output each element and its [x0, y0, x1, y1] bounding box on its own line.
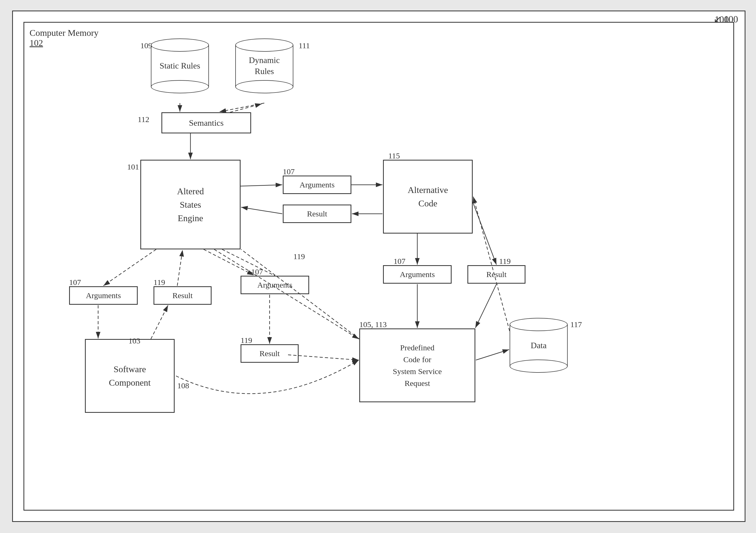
predefined-code-box: PredefinedCode forSystem ServiceRequest [359, 328, 475, 402]
ref-107b: 107 [69, 278, 81, 287]
memory-label: Computer Memory 102 [30, 28, 99, 48]
result-left-label: Result [173, 291, 193, 300]
svg-line-16 [288, 355, 359, 360]
svg-line-4 [230, 104, 262, 112]
ref-115: 115 [388, 151, 400, 160]
ref-107d: 107 [393, 257, 405, 266]
data-db-bottom [510, 360, 568, 373]
ref-101: 101 [127, 163, 139, 171]
alternative-code-label: AlternativeCode [408, 183, 448, 210]
data-db-label: Data [531, 341, 547, 350]
svg-line-17 [222, 249, 275, 276]
altered-states-label: AlteredStatesEngine [177, 185, 204, 225]
dynamic-rules-db: DynamicRules [235, 38, 293, 87]
semantics-label: Semantics [189, 118, 224, 128]
svg-line-24 [214, 249, 359, 339]
svg-line-6 [241, 185, 282, 186]
ref-108: 108 [177, 381, 189, 390]
alternative-code-box: AlternativeCode [383, 160, 473, 234]
predefined-code-label: PredefinedCode forSystem ServiceRequest [393, 342, 442, 389]
ref-117: 117 [570, 320, 582, 329]
data-db: Data [510, 318, 568, 367]
ref-109: 109 [140, 41, 152, 50]
inner-diagram: Computer Memory 102 Static Rules 109 Dyn… [23, 22, 734, 511]
ref-107c: 107 [251, 267, 263, 276]
result-mid-label: Result [259, 349, 280, 358]
ref-107a: 107 [283, 167, 295, 176]
ref-112: 112 [138, 115, 149, 124]
result-mid-box: Result [241, 344, 299, 363]
svg-line-3 [220, 103, 264, 112]
ref-103: 103 [128, 336, 140, 345]
altered-states-box: AlteredStatesEngine [140, 160, 241, 249]
arguments-mid-box: Arguments [241, 276, 309, 294]
ref-100-arrow: ↙ 100 [714, 14, 738, 25]
dynamic-rules-bottom [235, 80, 293, 93]
result-right-label: Result [486, 270, 507, 279]
svg-line-14 [203, 249, 254, 275]
software-component-box: SoftwareComponent [85, 339, 175, 413]
software-component-label: SoftwareComponent [109, 363, 151, 389]
dynamic-rules-label: DynamicRules [249, 55, 280, 77]
ref-119c: 119 [241, 336, 252, 345]
memory-ref: 102 [30, 38, 99, 48]
result-top-box: Result [283, 205, 351, 223]
svg-line-20 [473, 202, 497, 265]
semantics-box: Semantics [161, 112, 251, 133]
outer-frame: 100 Computer Memory 102 Static Rules 109… [12, 11, 745, 522]
svg-line-21 [475, 284, 497, 328]
arguments-left-box: Arguments [69, 286, 138, 305]
static-rules-label: Static Rules [160, 60, 200, 71]
svg-line-25 [241, 249, 359, 339]
ref-105-113: 105, 113 [359, 320, 387, 329]
arguments-mid-label: Arguments [257, 280, 292, 290]
static-rules-db: Static Rules [151, 38, 209, 87]
static-rules-bottom [151, 80, 209, 93]
data-db-top [510, 318, 568, 331]
svg-line-9 [241, 207, 282, 214]
arguments-top-label: Arguments [300, 180, 335, 189]
result-left-box: Result [153, 286, 211, 305]
result-top-label: Result [307, 209, 327, 218]
ref-111: 111 [299, 41, 310, 50]
svg-line-22 [476, 349, 509, 360]
svg-line-10 [103, 249, 156, 286]
svg-line-12 [151, 305, 168, 339]
arguments-right-label: Arguments [400, 270, 435, 279]
dynamic-rules-top [235, 38, 293, 52]
ref-119b: 119 [293, 252, 305, 261]
memory-title: Computer Memory [30, 28, 99, 38]
svg-line-13 [177, 250, 182, 286]
arguments-top-box: Arguments [283, 176, 351, 194]
ref-119a: 119 [153, 278, 165, 287]
arguments-left-label: Arguments [86, 291, 121, 300]
arrows-overlay [24, 23, 733, 510]
result-right-box: Result [468, 265, 526, 284]
arguments-right-box: Arguments [383, 265, 452, 284]
static-rules-top [151, 38, 209, 52]
ref-119d: 119 [499, 257, 511, 266]
